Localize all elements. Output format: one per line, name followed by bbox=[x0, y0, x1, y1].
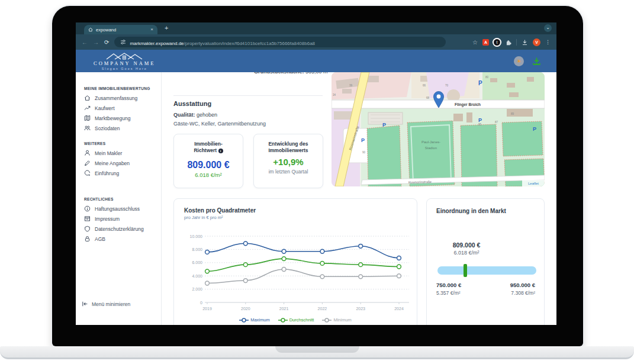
market-current-per-sqm: 6.018 €/m² bbox=[430, 250, 503, 256]
sidebar-item-zusammenfassung[interactable]: Zusammenfassung bbox=[84, 93, 161, 103]
forward-icon[interactable]: → bbox=[93, 39, 99, 46]
parking-icon: P bbox=[361, 137, 365, 143]
sidebar-label: Datenschutzerklärung bbox=[95, 226, 144, 232]
chart-card: Kosten pro Quadratmeter pro Jahr in € pr… bbox=[173, 198, 417, 325]
house-number: 80 bbox=[485, 76, 489, 79]
sidebar-item-datenschutz[interactable]: Datenschutzerklärung bbox=[84, 224, 161, 234]
sidebar-item-agb[interactable]: AGB bbox=[84, 234, 161, 244]
tab-search-chevron-icon[interactable]: ⌄ bbox=[544, 24, 552, 32]
svg-text:2021: 2021 bbox=[279, 307, 289, 311]
sidebar-label: Zusammenfassung bbox=[95, 95, 137, 101]
svg-text:2023: 2023 bbox=[356, 307, 365, 311]
sidebar-label: Mein Makler bbox=[95, 150, 122, 156]
shield-icon bbox=[84, 226, 91, 232]
browser-window: expowand × + ⌄ ← → ⟳ markmakler.expowand… bbox=[76, 22, 556, 325]
address-bar[interactable]: markmakler.expowand.de/propertyvaluation… bbox=[114, 37, 446, 47]
download-icon[interactable] bbox=[522, 39, 528, 46]
market-current-value: 809.000 € bbox=[430, 241, 503, 249]
legend-label: Maximum bbox=[250, 317, 270, 323]
sidebar-section-bewertung: MEINE IMMOBILIENBEWERTUNG bbox=[84, 86, 161, 91]
sidebar-label: AGB bbox=[95, 236, 105, 242]
reload-icon[interactable]: ⟳ bbox=[104, 39, 109, 46]
svg-text:10.000: 10.000 bbox=[190, 234, 203, 239]
legend-marker-icon bbox=[322, 318, 332, 323]
legend-label: Durchschnitt bbox=[289, 317, 314, 323]
legend-item[interactable]: Durchschnitt bbox=[278, 317, 314, 323]
export-download-icon[interactable] bbox=[532, 57, 541, 66]
trend-icon bbox=[84, 105, 91, 111]
property-map[interactable]: Flinger Broich Rosmarinstraße Rosmarinst… bbox=[332, 72, 545, 186]
sidebar-label: Soziodaten bbox=[95, 125, 120, 131]
svg-text:2020: 2020 bbox=[241, 307, 250, 311]
map-stadium-label: Paul-Janes- bbox=[421, 140, 440, 144]
new-tab-button[interactable]: + bbox=[165, 24, 168, 31]
legend-item[interactable]: Maximum bbox=[239, 317, 270, 323]
house-number: 89 bbox=[511, 112, 514, 115]
parking-icon: P bbox=[478, 117, 482, 123]
legend-marker-icon bbox=[239, 318, 249, 323]
sidebar-item-kaufwert[interactable]: Kaufwert bbox=[84, 103, 161, 113]
sidebar-item-soziodaten[interactable]: Soziodaten bbox=[84, 123, 161, 133]
market-card: Einordnung in den Markt 809.000 € 6.018 … bbox=[426, 198, 545, 325]
browser-tab[interactable]: expowand × bbox=[84, 25, 157, 34]
profile-avatar[interactable]: V bbox=[533, 38, 540, 46]
sidebar-item-einfuehrung[interactable]: Einführung bbox=[84, 168, 161, 178]
market-low: 750.000 € 5.357 €/m² bbox=[436, 282, 461, 296]
menu-minimize-label: Menü minimieren bbox=[92, 301, 130, 307]
people-icon bbox=[84, 125, 91, 131]
market-low-value: 750.000 € bbox=[436, 282, 461, 288]
url-host: markmakler.expowand.de bbox=[130, 41, 184, 46]
sidebar-label: Kaufwert bbox=[95, 105, 115, 111]
sidebar-item-mein-makler[interactable]: Mein Makler bbox=[84, 148, 161, 158]
market-high-per-sqm: 7.308 €/m² bbox=[510, 290, 535, 296]
sidebar: MEINE IMMOBILIENBEWERTUNG Zusammenfassun… bbox=[76, 72, 162, 325]
archive-icon bbox=[84, 215, 91, 222]
chart-title: Kosten pro Quadratmeter bbox=[184, 207, 417, 214]
sidebar-label: Meine Angaben bbox=[95, 160, 130, 166]
sidebar-label: Einführung bbox=[95, 170, 119, 176]
parking-icon: P bbox=[478, 80, 482, 86]
svg-text:0: 0 bbox=[200, 301, 202, 305]
market-range-bar bbox=[437, 266, 536, 275]
svg-text:4.000: 4.000 bbox=[192, 274, 202, 278]
company-logo[interactable]: COMPANY NAME Slogan Goes Here bbox=[94, 52, 156, 70]
legend-item[interactable]: Minimum bbox=[322, 317, 351, 323]
sidebar-item-impressum[interactable]: Impressum bbox=[84, 214, 161, 224]
leaflet-attribution[interactable]: Leaflet bbox=[528, 182, 539, 185]
map-street-main-label: Flinger Broich bbox=[455, 102, 481, 107]
parking-icon: P bbox=[533, 126, 536, 132]
house-number: 85 bbox=[478, 123, 482, 126]
house-number: 70 bbox=[445, 84, 449, 87]
quality-label: Qualität: bbox=[173, 112, 195, 118]
main-content: Grundstücksfläche: 535,00 m² Ausstattung… bbox=[162, 72, 556, 325]
svg-text:2.000: 2.000 bbox=[192, 287, 202, 291]
sidebar-label: Impressum bbox=[95, 216, 120, 222]
back-icon[interactable]: ← bbox=[82, 39, 88, 46]
sidebar-item-haftungsausschluss[interactable]: Haftungsausschluss bbox=[84, 204, 161, 214]
quality-value: gehoben bbox=[195, 112, 218, 118]
legend-label: Minimum bbox=[333, 317, 351, 323]
browser-menu-icon[interactable]: ⋮ bbox=[545, 39, 551, 45]
house-number: 34 bbox=[333, 94, 336, 96]
house-number: 90 bbox=[362, 151, 366, 154]
info-tooltip-icon[interactable]: i bbox=[218, 149, 223, 153]
menu-minimize-button[interactable]: Menü minimieren bbox=[82, 301, 130, 307]
house-number: 39 bbox=[349, 84, 353, 87]
section-divider bbox=[173, 95, 323, 96]
bookmark-star-icon[interactable]: ☆ bbox=[472, 39, 478, 46]
extensions-puzzle-icon[interactable] bbox=[505, 39, 511, 46]
pdf-extension-icon[interactable]: A bbox=[482, 39, 489, 46]
market-marker bbox=[464, 264, 467, 277]
sidebar-item-meine-angaben[interactable]: Meine Angaben bbox=[84, 158, 161, 168]
entwicklung-caption: im letzten Quartal bbox=[254, 169, 323, 175]
theme-sun-icon[interactable]: ☀ bbox=[514, 56, 524, 66]
tab-close-icon[interactable]: × bbox=[150, 27, 153, 32]
site-settings-tune-icon[interactable] bbox=[120, 39, 126, 45]
house-number: 68 bbox=[426, 96, 430, 99]
entwicklung-card: Entwicklung des Immobilienwerts +10,9% i… bbox=[253, 134, 323, 188]
sidebar-item-marktbewegung[interactable]: Marktbewegung bbox=[84, 113, 161, 123]
browser-toolbar: ← → ⟳ markmakler.expowand.de/propertyval… bbox=[76, 34, 556, 50]
richtwert-card: Immobilien- Richtwert i 809.000 € 6.018 … bbox=[173, 134, 243, 188]
extension-circle-icon[interactable]: t bbox=[494, 39, 500, 46]
lock-icon bbox=[84, 236, 91, 242]
